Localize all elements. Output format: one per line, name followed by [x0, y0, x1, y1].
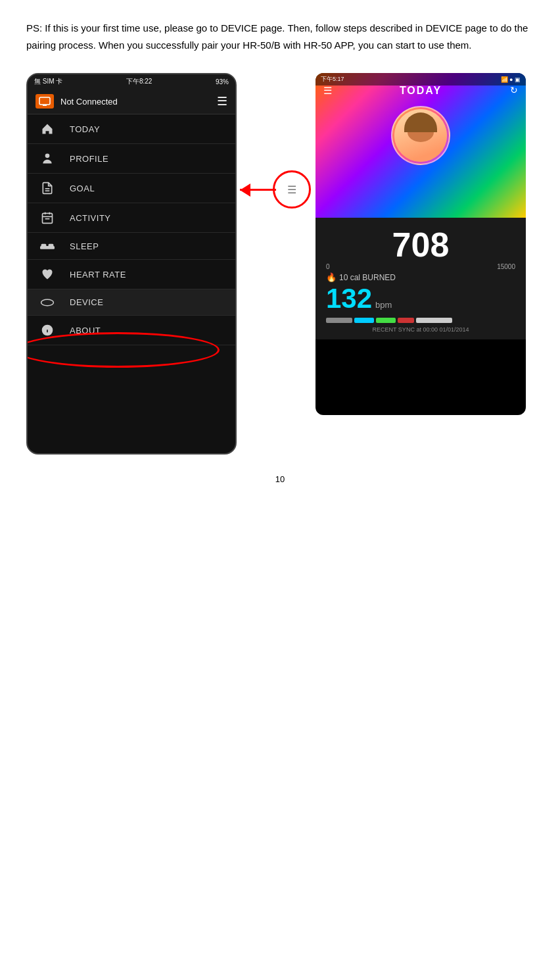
menu-item-sleep[interactable]: SLEEP	[28, 233, 235, 260]
calories-row: 🔥 10 cal BURNED	[326, 272, 515, 282]
right-refresh-icon[interactable]: ↻	[510, 85, 518, 95]
page-number: 10	[26, 474, 534, 484]
carrier-text: 無 SIM 卡	[34, 77, 62, 86]
svg-point-13	[41, 299, 54, 305]
heart-icon	[38, 268, 57, 281]
bpm-number: 132	[326, 285, 372, 312]
right-header: ☰ TODAY ↻	[315, 85, 526, 97]
hamburger-icon[interactable]: ☰	[217, 94, 227, 109]
arrow-section: ☰	[237, 73, 315, 415]
svg-rect-1	[43, 105, 47, 106]
svg-rect-0	[39, 97, 50, 105]
flame-icon: 🔥	[326, 272, 337, 282]
right-phone: 下午5:17 📶 ● ▣ ☰ TODAY ↻	[315, 73, 526, 415]
device-label: DEVICE	[70, 297, 103, 307]
home-icon	[38, 122, 57, 136]
intro-paragraph: PS: If this is your first time use, plea…	[26, 20, 534, 53]
battery-text: 93%	[216, 78, 229, 86]
right-hamburger-icon[interactable]: ☰	[323, 85, 332, 97]
user-avatar	[391, 106, 450, 165]
goal-icon	[38, 182, 57, 195]
bar-1	[326, 318, 352, 323]
profile-label: PROFILE	[70, 154, 108, 164]
menu-item-today[interactable]: TODAY	[28, 114, 235, 144]
right-stats-area: 708 0 15000 🔥 10 cal BURNED 132 bpm	[315, 218, 526, 339]
left-phone-header: Not Connected ☰	[28, 89, 235, 114]
device-icon-svg	[39, 97, 51, 106]
heart-rate-label: HEART RATE	[70, 270, 126, 280]
steps-max: 15000	[497, 263, 515, 270]
svg-rect-12	[49, 244, 54, 247]
menu-item-device[interactable]: DEVICE	[28, 289, 235, 316]
bpm-label: bpm	[375, 300, 392, 310]
left-status-bar: 無 SIM 卡 下午8:22 93%	[28, 74, 235, 89]
arrow-head-icon	[240, 184, 250, 197]
page-content: PS: If this is your first time use, plea…	[0, 0, 560, 510]
time-text: 下午8:22	[126, 77, 152, 86]
app-icon	[35, 94, 54, 109]
right-status-bar: 下午5:17 📶 ● ▣	[315, 73, 526, 86]
menu-circle-highlight: ☰	[273, 170, 311, 209]
menu-item-goal[interactable]: GOAL	[28, 174, 235, 203]
right-icons: 📶 ● ▣	[501, 76, 521, 83]
bar-2	[354, 318, 374, 323]
today-label: TODAY	[70, 124, 100, 134]
sync-text: RECENT SYNC at 00:00 01/01/2014	[326, 326, 515, 333]
svg-rect-11	[41, 244, 47, 247]
sleep-icon	[38, 241, 57, 251]
steps-range: 0 15000	[326, 263, 515, 270]
not-connected-label: Not Connected	[60, 97, 210, 107]
goal-label: GOAL	[70, 184, 95, 193]
right-today-label: TODAY	[400, 85, 442, 97]
person-icon	[38, 152, 57, 165]
right-background: ☰ TODAY ↻	[315, 73, 526, 218]
svg-point-2	[45, 154, 50, 159]
menu-item-profile[interactable]: PROFILE	[28, 144, 235, 174]
left-phone: 無 SIM 卡 下午8:22 93% Not Connected ☰	[26, 73, 237, 455]
menu-item-about[interactable]: ABOUT	[28, 316, 235, 345]
calories-text: 10 cal BURNED	[339, 273, 396, 282]
steps-count: 708	[326, 228, 515, 262]
menu-lines-icon: ☰	[287, 184, 296, 196]
sleep-label: SLEEP	[70, 241, 99, 251]
steps-min: 0	[326, 263, 330, 270]
info-icon	[38, 324, 57, 337]
bpm-row: 132 bpm	[326, 285, 515, 312]
about-label: ABOUT	[70, 326, 101, 335]
menu-item-heart-rate[interactable]: HEART RATE	[28, 260, 235, 289]
activity-icon	[38, 211, 57, 224]
device-icon	[38, 298, 57, 307]
avatar-face	[394, 109, 447, 162]
menu-item-activity[interactable]: ACTIVITY	[28, 203, 235, 233]
activity-bars	[326, 318, 515, 323]
bar-3	[376, 318, 396, 323]
activity-label: ACTIVITY	[70, 213, 111, 223]
right-time: 下午5:17	[321, 75, 344, 84]
bar-4	[398, 318, 414, 323]
bar-5	[416, 318, 452, 323]
screenshots-section: 無 SIM 卡 下午8:22 93% Not Connected ☰	[26, 73, 534, 455]
